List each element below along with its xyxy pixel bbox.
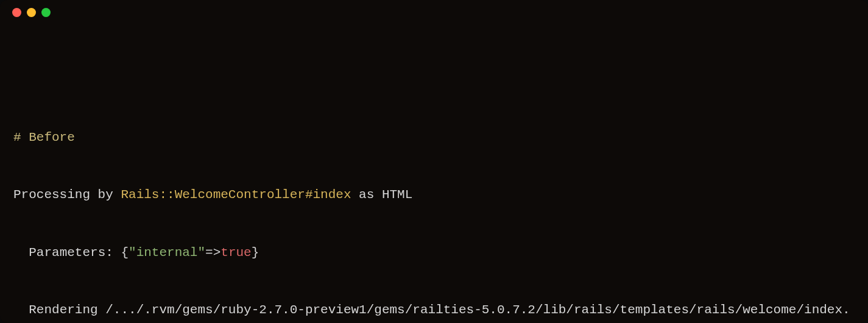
terminal-body: # Before Processing by Rails::WelcomeCon…: [0, 24, 868, 323]
log-parameters-line: Parameters: {"internal"=>true}: [13, 243, 855, 263]
log-rendering-line: Rendering /.../.rvm/gems/ruby-2.7.0-prev…: [13, 300, 855, 323]
controller-action: Rails::WelcomeController#index: [121, 188, 351, 202]
text: Parameters: {: [13, 246, 129, 260]
blank-line: [13, 70, 855, 90]
maximize-icon[interactable]: [41, 8, 51, 17]
text: Processing by: [13, 188, 121, 202]
before-heading: # Before: [13, 128, 855, 147]
param-value: true: [221, 246, 251, 260]
param-key: "internal": [129, 246, 205, 260]
minimize-icon[interactable]: [27, 8, 36, 17]
text: =>: [205, 246, 221, 260]
log-processing-line: Processing by Rails::WelcomeController#i…: [13, 185, 855, 205]
close-icon[interactable]: [12, 8, 21, 17]
text: as HTML: [351, 188, 413, 202]
text: }: [252, 246, 259, 260]
terminal-window: # Before Processing by Rails::WelcomeCon…: [0, 0, 868, 323]
titlebar: [0, 0, 868, 24]
